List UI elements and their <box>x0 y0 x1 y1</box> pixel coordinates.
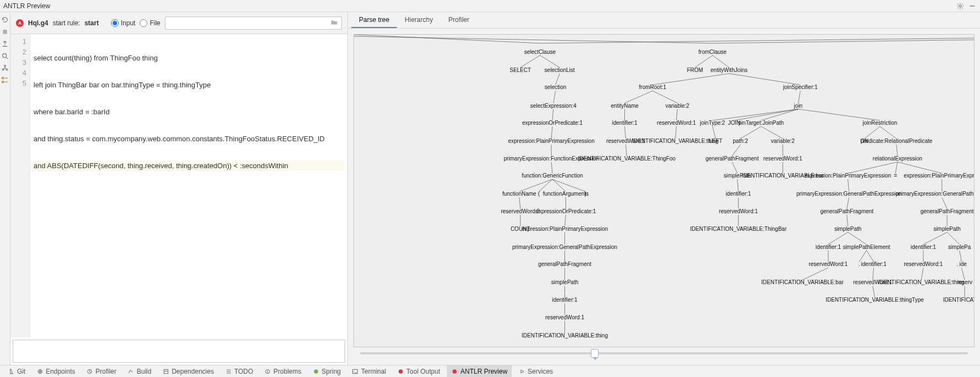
svg-text:simplePath: simplePath <box>834 226 861 232</box>
radio-input[interactable]: Input <box>111 19 136 27</box>
svg-line-31 <box>565 215 566 226</box>
svg-text:generalPathFragment: generalPathFragment <box>820 208 873 214</box>
sb-terminal[interactable]: Terminal <box>347 365 390 377</box>
build-icon <box>128 368 135 375</box>
radio-dot-icon <box>111 19 119 27</box>
svg-text:join: join <box>794 103 803 109</box>
svg-text:reservedWord:1: reservedWord:1 <box>904 261 943 267</box>
svg-line-73 <box>942 197 947 209</box>
svg-line-15 <box>712 40 974 43</box>
editor-body[interactable]: select count(thing) from ThingFoo thing … <box>30 34 347 337</box>
svg-text:reservedWord:1: reservedWord:1 <box>809 261 848 267</box>
sb-tool-output[interactable]: Tool Output <box>392 365 444 377</box>
svg-text:expression:PlainPrimaryExpres: expression:PlainPrimaryExpres <box>904 173 974 179</box>
sb-build[interactable]: Build <box>123 365 156 377</box>
svg-line-68 <box>895 162 898 174</box>
svg-text:simplePa: simplePa <box>948 244 971 250</box>
svg-line-55 <box>740 126 761 138</box>
svg-line-69 <box>898 162 942 174</box>
svg-text:expression:PlainPrimaryExpress: expression:PlainPrimaryExpression <box>508 138 594 144</box>
zoom-thumb[interactable] <box>591 349 599 358</box>
svg-text:selection: selection <box>545 84 566 90</box>
export-icon[interactable] <box>1 40 9 48</box>
grammar-file-label: Hql.g4 <box>28 19 48 27</box>
svg-text:generalPathFragment: generalPathFragment <box>538 261 591 267</box>
todo-icon <box>225 368 232 375</box>
zoom-icon[interactable] <box>1 52 9 60</box>
sb-endpoints[interactable]: Endpoints <box>32 365 79 377</box>
svg-text:expression:PlainPrimaryExpress: expression:PlainPrimaryExpression <box>522 226 608 232</box>
sb-spring[interactable]: Spring <box>308 365 345 377</box>
svg-line-27 <box>552 179 585 191</box>
parse-tree-canvas[interactable]: selectClauseSELECTselectionListselection… <box>353 34 975 347</box>
svg-rect-170 <box>164 369 168 374</box>
sb-profiler[interactable]: Profiler <box>82 365 121 377</box>
svg-text:IDENTIFICATION_VARIABLE:thing: IDENTIFICATION_VARIABLE:thing <box>522 332 608 339</box>
sb-deps-label: Dependencies <box>171 368 214 375</box>
svg-line-19 <box>553 91 556 103</box>
sb-dependencies[interactable]: Dependencies <box>158 365 218 377</box>
svg-text:simplePathElement: simplePathElement <box>843 244 890 250</box>
minimize-icon[interactable] <box>968 2 977 10</box>
tree-icon[interactable] <box>1 64 9 73</box>
folder-icon[interactable] <box>330 19 339 27</box>
code-line: and ABS(DATEDIFF(second, thing.received,… <box>34 160 344 171</box>
status-bar: Git Endpoints Profiler Build Dependencie… <box>0 365 980 377</box>
terminal-icon <box>352 368 359 375</box>
svg-line-72 <box>847 197 849 209</box>
svg-line-16 <box>521 56 540 68</box>
svg-text:selectExpression:4: selectExpression:4 <box>530 103 577 109</box>
tabs-row: Parse tree Hierarchy Profiler <box>348 12 980 29</box>
svg-text:reservedWord:1: reservedWord:1 <box>545 314 584 320</box>
svg-text:entityWithJoins: entityWithJoins <box>711 67 748 73</box>
tab-profiler[interactable]: Profiler <box>441 13 477 28</box>
tab-parse-tree[interactable]: Parse tree <box>351 13 397 28</box>
tab-hierarchy[interactable]: Hierarchy <box>397 13 440 28</box>
svg-line-49 <box>798 91 800 103</box>
zoom-slider-row <box>353 347 975 359</box>
svg-text:predicate:RelationalPredicate: predicate:RelationalPredicate <box>861 138 933 144</box>
sb-services[interactable]: Services <box>514 365 557 377</box>
refresh-icon[interactable] <box>1 15 9 24</box>
sb-antlr-preview[interactable]: ANTLR Preview <box>447 365 512 377</box>
svg-text:reservedWord:1: reservedWord:1 <box>719 208 758 214</box>
svg-text:FROM: FROM <box>687 67 703 73</box>
svg-text:selectClause: selectClause <box>524 49 556 55</box>
svg-line-43 <box>652 91 677 103</box>
svg-text:IDENTIFICATION_VARIABLE:ThingB: IDENTIFICATION_VARIABLE:ThingBar <box>690 226 787 232</box>
zoom-slider[interactable] <box>360 352 968 354</box>
svg-text:reserv: reserv <box>957 279 972 285</box>
left-column: A Hql.g4 start rule: start Input File <box>10 12 347 365</box>
svg-line-40 <box>652 74 729 85</box>
tree-list-icon[interactable] <box>1 76 9 85</box>
svg-text:entityName: entityName <box>611 103 639 109</box>
sb-terminal-label: Terminal <box>361 368 386 375</box>
svg-line-41 <box>729 74 800 85</box>
svg-line-25 <box>539 179 552 191</box>
svg-line-79 <box>947 232 960 245</box>
radio-file[interactable]: File <box>140 19 160 27</box>
svg-point-181 <box>452 369 457 374</box>
svg-line-17 <box>540 56 560 68</box>
svg-text:primaryExpression:GeneralPathE: primaryExpression:GeneralPathExpression <box>512 244 617 250</box>
svg-text:simplePath: simplePath <box>551 279 578 285</box>
svg-line-78 <box>923 232 947 245</box>
sb-git[interactable]: Git <box>3 365 30 377</box>
sb-profiler-label: Profiler <box>96 368 117 375</box>
sb-antlr-preview-label: ANTLR Preview <box>461 368 507 375</box>
stop-icon[interactable] <box>1 27 9 36</box>
code-editor[interactable]: 1 2 3 4 5 select count(thing) from Thing… <box>10 34 347 337</box>
svg-text:primaryExpression:GeneralPathE: primaryExpression:GeneralPathExpre <box>896 191 974 197</box>
svg-line-56 <box>761 126 783 138</box>
sb-todo[interactable]: TODO <box>220 365 257 377</box>
code-line: left join ThingBar bar on bar.thingType … <box>34 80 344 90</box>
file-path-input[interactable] <box>168 19 330 27</box>
svg-line-85 <box>802 268 828 280</box>
svg-text:reservedWord:1: reservedWord:1 <box>763 156 802 162</box>
sb-build-label: Build <box>137 368 152 375</box>
sb-endpoints-label: Endpoints <box>46 368 75 375</box>
svg-text:expression:PlainPrimaryExpress: expression:PlainPrimaryExpression <box>805 173 891 179</box>
sb-problems[interactable]: Problems <box>260 365 306 377</box>
deps-icon <box>162 368 169 375</box>
gear-icon[interactable] <box>956 2 965 10</box>
